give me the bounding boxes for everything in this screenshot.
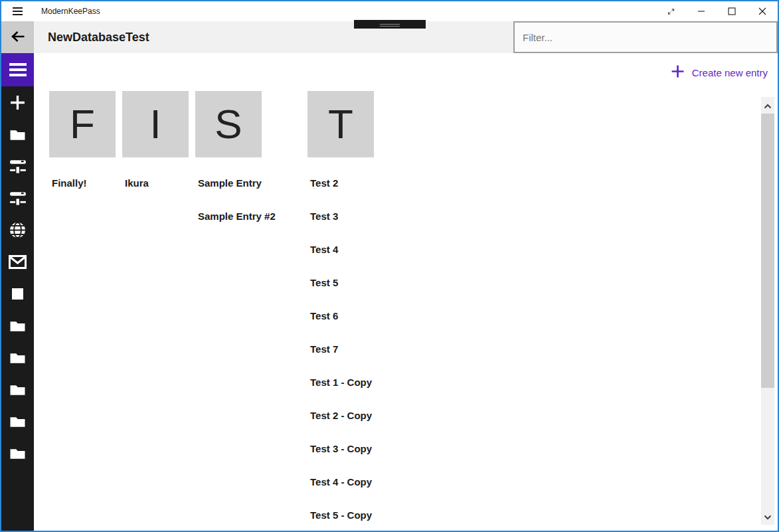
page-title: NewDatabaseTest <box>48 31 149 44</box>
create-row: Create new entry <box>34 53 778 80</box>
group-letter: F <box>70 104 95 145</box>
create-new-entry-button[interactable]: Create new entry <box>671 64 768 80</box>
close-icon <box>758 7 766 15</box>
folder-icon <box>9 382 27 397</box>
folder-icon <box>9 414 27 428</box>
back-button[interactable] <box>1 21 34 53</box>
entry-item[interactable]: Test 6 <box>307 299 374 332</box>
maximize-icon <box>728 7 736 15</box>
close-button[interactable] <box>747 1 778 21</box>
sidebar-item-sliders-3[interactable] <box>1 182 34 214</box>
entry-item[interactable]: Sample Entry #2 <box>195 199 284 232</box>
sliders-icon <box>9 158 27 174</box>
folder-icon <box>9 350 27 365</box>
entry-item[interactable]: Test 4 - Copy <box>307 465 374 498</box>
square-icon <box>12 288 23 300</box>
sidebar-item-globe-4[interactable] <box>1 214 34 246</box>
chevron-down-icon <box>764 511 772 523</box>
entry-item[interactable]: Test 5 <box>307 266 374 299</box>
hamburger-bars <box>13 7 23 15</box>
group-letter: I <box>149 104 161 145</box>
app-window: ModernKeePass <box>0 0 779 532</box>
sidebar-item-folder-10[interactable] <box>1 405 34 437</box>
folder-icon <box>9 318 27 333</box>
mail-icon <box>9 255 27 269</box>
entry-item[interactable]: Test 2 - Copy <box>307 399 374 432</box>
scrollbar[interactable] <box>761 97 774 525</box>
sidebar-item-folder-9[interactable] <box>1 373 34 405</box>
hamburger-icon <box>9 63 27 76</box>
entry-item[interactable]: Test 4 <box>307 232 374 266</box>
group-tile[interactable]: T <box>307 91 374 157</box>
scroll-up-button[interactable] <box>761 97 774 114</box>
sidebar-hamburger-button[interactable] <box>1 53 34 86</box>
body: Create new entry FFinally!IIkuraSSample … <box>1 53 778 531</box>
sidebar-item-square-6[interactable] <box>1 278 34 310</box>
window-controls <box>655 1 778 21</box>
plus-icon <box>671 64 685 80</box>
entry-item[interactable]: Ikura <box>122 166 189 199</box>
group-tile[interactable]: F <box>49 91 116 157</box>
scrollbar-thumb[interactable] <box>761 114 774 388</box>
entry-item[interactable]: Test 1 - Copy <box>307 365 374 399</box>
entry-item[interactable]: Test 3 - Copy <box>307 432 374 465</box>
sidebar <box>1 53 34 531</box>
page-title-strip: NewDatabaseTest <box>34 21 513 53</box>
scroll-down-button[interactable] <box>761 508 774 525</box>
folder-icon <box>9 446 27 460</box>
entry-group-i: IIkura <box>122 91 189 199</box>
filter-input[interactable] <box>513 21 778 53</box>
titlebar: ModernKeePass <box>1 1 778 21</box>
plus-icon <box>9 94 26 111</box>
create-new-entry-label: Create new entry <box>692 67 768 78</box>
chevron-up-icon <box>764 100 772 112</box>
group-letter: T <box>328 104 353 145</box>
back-arrow-icon <box>10 29 26 46</box>
sidebar-item-plus-0[interactable] <box>1 86 34 118</box>
entry-item[interactable]: Test 2 <box>307 166 374 199</box>
entry-group-t: TTest 2Test 3Test 4Test 5Test 6Test 7Tes… <box>307 91 374 531</box>
sidebar-item-folder-7[interactable] <box>1 310 34 341</box>
entry-item[interactable]: Finally! <box>49 166 116 199</box>
minimize-icon <box>697 7 705 15</box>
entry-item[interactable]: Test 3 <box>307 199 374 232</box>
appbar-handle[interactable] <box>354 20 426 29</box>
fullscreen-button[interactable] <box>655 1 686 21</box>
group-tile[interactable]: I <box>122 91 189 157</box>
folder-icon <box>9 127 27 141</box>
entry-item[interactable]: Test 5 - Copy <box>307 498 374 531</box>
main-content: Create new entry FFinally!IIkuraSSample … <box>34 53 778 531</box>
sidebar-item-folder-8[interactable] <box>1 341 34 373</box>
entry-group-f: FFinally! <box>49 91 116 199</box>
minimize-button[interactable] <box>686 1 717 21</box>
fullscreen-icon <box>667 7 675 16</box>
hamburger-icon[interactable] <box>1 7 33 15</box>
entry-item[interactable]: Sample Entry <box>195 166 284 199</box>
entry-group-s: SSample EntrySample Entry #2 <box>195 91 284 232</box>
maximize-button[interactable] <box>717 1 747 21</box>
sidebar-item-folder-11[interactable] <box>1 437 34 469</box>
group-letter: S <box>215 104 242 145</box>
sidebar-items <box>1 86 34 469</box>
sliders-icon <box>9 190 27 206</box>
sidebar-item-mail-5[interactable] <box>1 246 34 278</box>
globe-icon <box>9 221 27 239</box>
sidebar-item-folder-1[interactable] <box>1 118 34 150</box>
entry-groups: FFinally!IIkuraSSample EntrySample Entry… <box>34 91 778 531</box>
sidebar-item-sliders-2[interactable] <box>1 150 34 182</box>
app-title: ModernKeePass <box>41 7 100 16</box>
entry-item[interactable]: Test 7 <box>307 332 374 365</box>
group-tile[interactable]: S <box>195 91 262 157</box>
